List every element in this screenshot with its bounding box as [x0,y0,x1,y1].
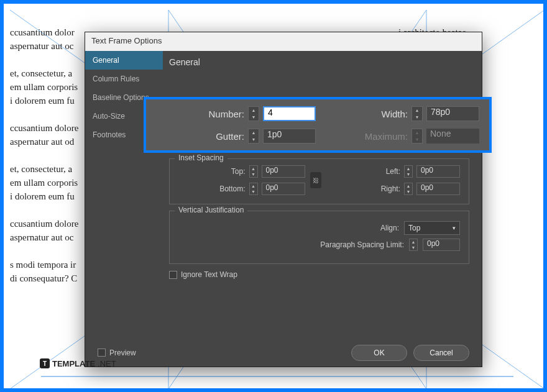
gutter-stepper[interactable]: ▲▼ [248,129,259,144]
psl-stepper[interactable]: ▲▼ [409,239,418,251]
vertical-justification-title: Vertical Justification [175,206,247,214]
section-title-general: General [169,57,469,67]
sidebar-item-column-rules[interactable]: Column Rules [85,70,163,88]
vertical-justification-fieldset: Vertical Justification Align: Top ▾ Para… [169,211,469,264]
cancel-button[interactable]: Cancel [413,345,469,361]
watermark-suffix: .NET [98,359,116,368]
inset-right-stepper[interactable]: ▲▼ [404,183,413,195]
align-label: Align: [380,224,399,232]
inset-bottom-input[interactable]: 0p0 [262,183,305,195]
width-input[interactable]: 78p0 [426,106,479,121]
inset-right-input[interactable]: 0p0 [416,183,460,195]
number-input[interactable]: 4 [263,106,316,121]
columns-highlight-box: Number: ▲▼ 4 Width: ▲▼ 78p0 Gutter: ▲▼ 1… [144,97,492,153]
inset-left-stepper[interactable]: ▲▼ [404,165,413,178]
ignore-text-wrap-label: Ignore Text Wrap [181,270,237,279]
inset-top-stepper[interactable]: ▲▼ [249,165,258,178]
ignore-text-wrap-checkbox[interactable] [169,271,177,279]
watermark-label: TEMPLATE [52,359,95,368]
maximum-input: None [426,129,479,144]
inset-left-input[interactable]: 0p0 [416,165,460,178]
psl-input[interactable]: 0p0 [423,239,460,251]
inset-top-input[interactable]: 0p0 [262,165,305,178]
inset-right-label: Right: [366,185,400,193]
inset-top-label: Top: [211,167,246,176]
sidebar-item-general[interactable]: General [85,51,163,70]
inset-spacing-title: Inset Spacing [175,153,228,162]
inset-spacing-fieldset: Inset Spacing Top: ▲▼ 0p0 Bottom: ▲▼ [169,158,469,204]
number-label: Number: [208,109,244,119]
maximum-label: Maximum: [365,131,408,142]
dialog-title: Text Frame Options [85,32,482,51]
psl-label: Paragraph Spacing Limit: [320,240,404,249]
link-icon[interactable]: ⛓ [310,172,321,188]
gutter-label: Gutter: [216,131,244,142]
width-stepper[interactable]: ▲▼ [411,106,423,121]
inset-left-label: Left: [366,167,400,176]
preview-checkbox[interactable] [98,349,106,357]
number-stepper[interactable]: ▲▼ [248,106,259,121]
chevron-down-icon: ▾ [453,225,456,231]
maximum-stepper: ▲▼ [411,129,423,144]
preview-label: Preview [109,349,136,357]
inset-bottom-stepper[interactable]: ▲▼ [249,183,258,195]
align-value: Top [408,224,420,232]
ok-button[interactable]: OK [351,345,407,361]
dialog-sidebar: General Column Rules Baseline Options Au… [85,51,163,339]
inset-bottom-label: Bottom: [211,185,246,193]
text-frame-options-dialog: Text Frame Options General Column Rules … [85,32,482,367]
width-label: Width: [381,109,408,119]
template-net-watermark: T TEMPLATE.NET [40,358,116,368]
template-logo-icon: T [40,358,50,368]
align-select[interactable]: Top ▾ [404,221,460,235]
gutter-input[interactable]: 1p0 [263,129,316,144]
